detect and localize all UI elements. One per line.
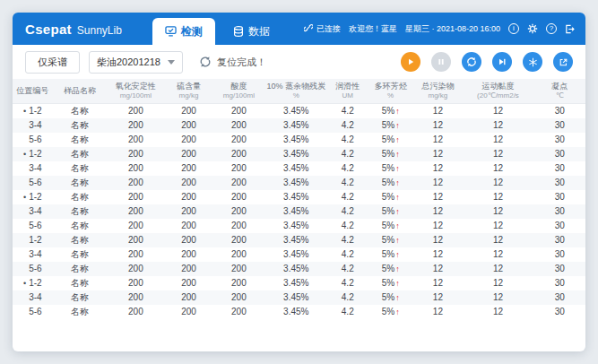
- main-tabs: 检测 数据: [152, 18, 282, 45]
- residue-cell: 3.45%: [264, 118, 327, 133]
- datetime-text: 星期三 · 2021-08-20 16:00: [405, 23, 500, 35]
- settings-gear-icon[interactable]: [527, 23, 538, 34]
- freeze-button[interactable]: [523, 52, 542, 72]
- expand-bullet-icon[interactable]: •: [23, 193, 26, 202]
- capture-only-button[interactable]: 仅采谱: [25, 51, 80, 74]
- lubricity-cell: 4.2: [327, 103, 368, 118]
- expand-bullet-icon[interactable]: •: [23, 150, 26, 159]
- freezing-cell: 30: [533, 290, 585, 305]
- play-button[interactable]: [401, 52, 420, 72]
- up-arrow-icon: ↑: [395, 250, 400, 259]
- action-buttons: [401, 52, 573, 72]
- pah-value: 5%: [382, 292, 394, 302]
- sulfur-cell: 200: [164, 247, 212, 262]
- reset-status: 复位完成！: [199, 56, 266, 69]
- up-arrow-icon: ↑: [395, 236, 400, 245]
- residue-cell: 3.45%: [264, 204, 327, 219]
- residue-cell: 3.45%: [264, 305, 327, 319]
- brand-secondary: SunnyLib: [77, 24, 122, 37]
- info-icon[interactable]: i: [508, 23, 519, 34]
- column-header-viscosity: 运动黏度(20℃/mm2/s: [463, 79, 534, 103]
- table-row[interactable]: •5-6 名称 200 200 200 3.45% 4.2 5%↑ 12 12 …: [13, 305, 585, 319]
- position-cell: •3-4: [13, 118, 53, 133]
- pah-cell: 5%↑: [368, 190, 413, 204]
- table-row[interactable]: •5-6 名称 200 200 200 3.45% 4.2 5%↑ 12 12 …: [13, 176, 585, 190]
- table-row[interactable]: •5-6 名称 200 200 200 3.45% 4.2 5%↑ 12 12 …: [13, 219, 585, 233]
- oxidation-cell: 200: [107, 161, 164, 176]
- table-row[interactable]: •5-6 名称 200 200 200 3.45% 4.2 5%↑ 12 12 …: [13, 262, 585, 276]
- expand-bullet-icon[interactable]: •: [23, 107, 26, 116]
- freezing-cell: 30: [533, 233, 585, 247]
- pah-cell: 5%↑: [368, 176, 413, 190]
- database-icon: [233, 26, 244, 37]
- sample-name-cell: 名称: [53, 219, 108, 233]
- sample-select[interactable]: 柴油20201218: [89, 51, 183, 74]
- skip-next-button[interactable]: [492, 52, 512, 72]
- residue-cell: 3.45%: [264, 147, 327, 161]
- table-row[interactable]: •3-4 名称 200 200 200 3.45% 4.2 5%↑ 12 12 …: [13, 118, 585, 133]
- viscosity-cell: 12: [463, 147, 534, 161]
- table-row[interactable]: •1-2 名称 200 200 200 3.45% 4.2 5%↑ 12 12 …: [13, 103, 585, 118]
- sample-name-cell: 名称: [53, 176, 108, 190]
- lubricity-cell: 4.2: [327, 147, 368, 161]
- pah-value: 5%: [382, 264, 394, 273]
- pause-button[interactable]: [431, 52, 451, 72]
- residue-cell: 3.45%: [264, 247, 327, 262]
- logout-icon[interactable]: [565, 24, 575, 34]
- acidity-cell: 200: [213, 190, 265, 204]
- position-text: 5-6: [29, 178, 41, 187]
- table-row[interactable]: •5-6 名称 200 200 200 3.45% 4.2 5%↑ 12 12 …: [13, 133, 585, 147]
- sulfur-cell: 200: [164, 133, 212, 147]
- table-row[interactable]: •3-4 名称 200 200 200 3.45% 4.2 5%↑ 12 12 …: [13, 161, 585, 176]
- table-row[interactable]: •1-2 名称 200 200 200 3.45% 4.2 5%↑ 12 12 …: [13, 233, 585, 247]
- sample-select-value: 柴油20201218: [97, 56, 160, 69]
- pah-cell: 5%↑: [368, 147, 413, 161]
- up-arrow-icon: ↑: [395, 150, 400, 159]
- contaminants-cell: 12: [413, 219, 462, 233]
- acidity-cell: 200: [213, 103, 265, 118]
- viscosity-cell: 12: [463, 290, 534, 305]
- position-cell: •5-6: [13, 176, 53, 190]
- column-header-acidity: 酸度mg/100ml: [213, 79, 265, 103]
- column-header-sulfur: 硫含量mg/kg: [164, 79, 212, 103]
- table-row[interactable]: •3-4 名称 200 200 200 3.45% 4.2 5%↑ 12 12 …: [13, 290, 585, 305]
- oxidation-cell: 200: [107, 190, 164, 204]
- sample-name-cell: 名称: [53, 103, 108, 118]
- help-icon[interactable]: ?: [546, 23, 557, 34]
- residue-cell: 3.45%: [264, 176, 327, 190]
- oxidation-cell: 200: [107, 147, 164, 161]
- sulfur-cell: 200: [164, 219, 212, 233]
- freezing-cell: 30: [533, 305, 585, 319]
- expand-bullet-icon[interactable]: •: [23, 279, 26, 288]
- residue-cell: 3.45%: [264, 262, 327, 276]
- table-row[interactable]: •1-2 名称 200 200 200 3.45% 4.2 5%↑ 12 12 …: [13, 190, 585, 204]
- viscosity-cell: 12: [463, 133, 534, 147]
- acidity-cell: 200: [213, 290, 265, 305]
- oxidation-cell: 200: [107, 305, 164, 319]
- table-row[interactable]: •1-2 名称 200 200 200 3.45% 4.2 5%↑ 12 12 …: [13, 147, 585, 161]
- residue-cell: 3.45%: [264, 233, 327, 247]
- position-text: 3-4: [29, 206, 41, 216]
- table-row[interactable]: •1-2 名称 200 200 200 3.45% 4.2 5%↑ 12 12 …: [13, 276, 585, 290]
- brand-primary: Csepat: [25, 22, 72, 37]
- tab-data[interactable]: 数据: [221, 18, 282, 45]
- acidity-cell: 200: [213, 161, 265, 176]
- freezing-cell: 30: [533, 247, 585, 262]
- acidity-cell: 200: [213, 219, 265, 233]
- table-row[interactable]: •3-4 名称 200 200 200 3.45% 4.2 5%↑ 12 12 …: [13, 204, 585, 219]
- lubricity-cell: 4.2: [327, 219, 368, 233]
- acidity-cell: 200: [213, 147, 265, 161]
- pah-cell: 5%↑: [368, 290, 413, 305]
- contaminants-cell: 12: [413, 133, 462, 147]
- reset-sync-icon[interactable]: [199, 56, 212, 68]
- export-button[interactable]: [553, 52, 573, 72]
- tab-detection[interactable]: 检测: [152, 18, 215, 45]
- residue-cell: 3.45%: [264, 190, 327, 204]
- contaminants-cell: 12: [413, 190, 462, 204]
- column-header-sample-name: 样品名称: [53, 79, 108, 103]
- sync-button[interactable]: [462, 52, 481, 72]
- acidity-cell: 200: [213, 118, 265, 133]
- app-window: Csepat SunnyLib 检测: [13, 13, 585, 351]
- tab-label: 检测: [181, 24, 203, 39]
- table-row[interactable]: •3-4 名称 200 200 200 3.45% 4.2 5%↑ 12 12 …: [13, 247, 585, 262]
